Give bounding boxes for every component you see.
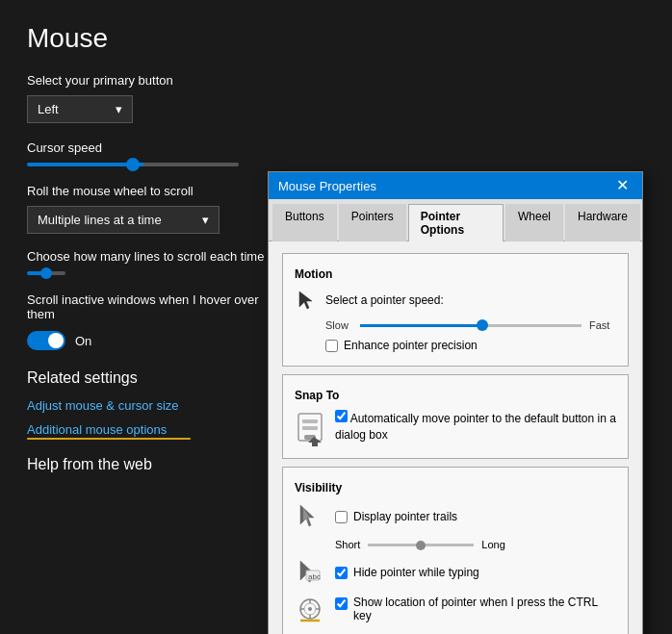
hide-pointer-icon: abc [295,558,325,587]
show-location-checkbox[interactable] [335,597,348,610]
snap-label: Automatically move pointer to the defaul… [335,412,616,442]
trails-checkbox[interactable] [335,511,348,523]
dialog-close-button[interactable]: ✕ [612,178,633,193]
enhance-precision-checkbox[interactable] [325,340,338,352]
toggle-text: On [75,334,91,348]
tab-wheel[interactable]: Wheel [505,204,563,241]
page-title: Mouse [27,23,645,54]
svg-text:abc: abc [308,572,321,581]
svg-point-13 [308,607,312,611]
enhance-precision-label: Enhance pointer precision [344,339,478,352]
visibility-title: Visibility [295,481,616,495]
pointer-speed-label: Select a pointer speed: [295,289,616,312]
primary-button-label: Select your primary button [27,73,645,88]
tab-hardware[interactable]: Hardware [565,204,640,241]
cursor-speed-label: Cursor speed [27,140,645,155]
scroll-lines-thumb [40,267,52,279]
trails-label: Display pointer trails [353,510,457,523]
show-location-label: Show location of pointer when I press th… [353,596,616,622]
show-location-icon [295,595,325,623]
scroll-mode-dropdown[interactable]: Multiple lines at a time ▾ [27,206,220,234]
svg-rect-2 [302,419,318,423]
scroll-mode-value: Multiple lines at a time [38,213,162,227]
tab-pointer-options[interactable]: Pointer Options [408,204,504,241]
primary-button-dropdown[interactable]: Left ▾ [27,95,133,123]
cursor-speed-thumb [126,158,140,171]
trails-checkbox-row: Display pointer trails [335,510,457,523]
tab-buttons[interactable]: Buttons [272,204,337,241]
enhance-precision-row: Enhance pointer precision [295,339,616,352]
fast-label: Fast [589,319,616,331]
trails-slider-thumb [416,541,426,550]
inactive-scroll-toggle[interactable] [27,331,65,350]
dialog-body: Motion Select a pointer speed: Slow [269,241,642,634]
snap-checkbox[interactable] [335,410,348,422]
hide-pointer-row: abc Hide pointer while typing [295,558,616,587]
snap-to-row: Automatically move pointer to the defaul… [295,410,616,448]
trails-row: Display pointer trails [295,502,616,531]
snap-icon [295,410,325,448]
cursor-speed-slider[interactable] [27,163,239,166]
hide-pointer-label: Hide pointer while typing [353,566,479,579]
hide-pointer-checkbox-row: Hide pointer while typing [335,566,479,579]
dialog-tabs: Buttons Pointers Pointer Options Wheel H… [269,199,642,241]
hide-pointer-checkbox[interactable] [335,567,348,579]
pointer-speed-slider[interactable] [360,324,582,327]
visibility-section: Visibility Display pointer trails [282,467,629,634]
trails-length-row: Short Long [335,539,616,550]
dialog-titlebar: Mouse Properties ✕ [269,172,642,199]
scroll-lines-slider[interactable] [27,271,65,275]
motion-section: Motion Select a pointer speed: Slow [282,253,629,367]
long-label: Long [481,539,504,550]
toggle-knob [48,333,64,348]
short-label: Short [335,539,360,550]
inactive-scroll-label: Scroll inactive windows when I hover ove… [27,292,277,321]
snap-to-title: Snap To [295,389,616,402]
speed-label-text: Select a pointer speed: [325,293,444,307]
show-location-row: Show location of pointer when I press th… [295,595,616,623]
trails-length-slider[interactable] [368,544,474,546]
snap-to-section: Snap To Automatically move point [282,374,629,459]
scroll-chevron-icon: ▾ [202,213,209,227]
speed-slider-thumb [477,319,488,331]
dialog-title: Mouse Properties [278,179,376,193]
primary-button-value: Left [38,102,59,116]
show-location-checkbox-row: Show location of pointer when I press th… [335,596,616,622]
slow-label: Slow [325,319,352,331]
motion-section-title: Motion [295,267,616,281]
speed-slider-fill [360,324,482,327]
snap-text: Automatically move pointer to the defaul… [335,410,616,444]
pointer-speed-slider-row: Slow Fast [295,319,616,331]
svg-rect-3 [302,426,318,430]
dropdown-chevron-icon: ▾ [116,102,122,116]
tab-pointers[interactable]: Pointers [339,204,406,241]
mouse-properties-dialog: Mouse Properties ✕ Buttons Pointers Poin… [268,171,643,634]
trails-icon [295,502,325,531]
svg-marker-0 [299,292,312,309]
pointer-speed-icon [295,289,318,312]
